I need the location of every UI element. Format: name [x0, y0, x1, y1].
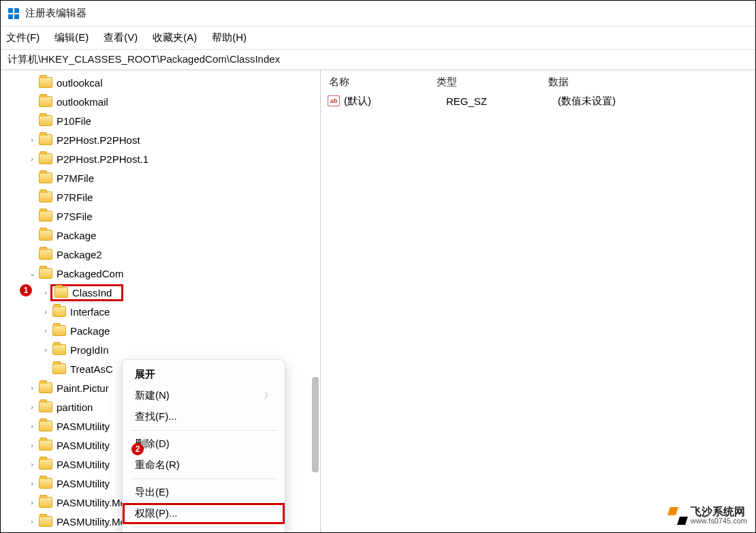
menu-favorites[interactable]: 收藏夹(A) [153, 31, 197, 44]
ctx-export[interactable]: 导出(E) [123, 482, 285, 503]
ctx-rename[interactable]: 重命名(R) [123, 455, 285, 476]
tree-item-label: outlookcal [57, 77, 103, 89]
tree-item[interactable]: ›ClassInd [1, 283, 320, 302]
chevron-right-icon[interactable]: › [27, 422, 37, 430]
folder-icon [39, 192, 52, 202]
tree-item-label: Package [70, 325, 110, 337]
folder-icon [39, 516, 52, 527]
folder-icon [39, 230, 52, 241]
tree-pane: 1 outlookcaloutlookmailP10File›P2PHost.P… [1, 70, 321, 532]
chevron-right-icon[interactable]: › [27, 460, 37, 468]
folder-icon [39, 153, 52, 164]
tree-item-label: P7RFile [57, 192, 93, 203]
tree-item[interactable]: outlookcal [1, 73, 320, 92]
folder-icon [52, 306, 66, 317]
ctx-delete[interactable]: 删除(D) [123, 433, 285, 455]
tree-item-label: Package2 [57, 249, 102, 260]
chevron-right-icon[interactable]: › [27, 403, 37, 411]
chevron-right-icon[interactable]: › [27, 384, 37, 392]
annotation-marker-2: 2 [131, 443, 144, 455]
value-type: REG_SZ [446, 95, 558, 107]
folder-icon [39, 421, 52, 431]
tree-item[interactable]: ›P2PHost.P2PHost.1 [1, 149, 320, 168]
col-header-type[interactable]: 类型 [437, 76, 548, 89]
tree-item[interactable]: P7MFile [1, 168, 320, 187]
tree-item-label: P7SFile [57, 211, 93, 222]
tree-item[interactable]: ›Package [1, 321, 320, 340]
chevron-right-icon[interactable]: › [40, 326, 51, 335]
menu-edit[interactable]: 编辑(E) [54, 31, 89, 44]
chevron-right-icon: 〉 [264, 390, 272, 401]
watermark-url: www.fs0745.com [691, 517, 747, 526]
tree-item[interactable]: ›P2PHost.P2PHost [1, 130, 320, 149]
col-header-data[interactable]: 数据 [548, 76, 755, 89]
chevron-right-icon[interactable]: › [27, 155, 37, 163]
chevron-right-icon[interactable]: › [40, 307, 51, 316]
ctx-separator [131, 527, 277, 528]
values-pane: 名称 类型 数据 ab (默认) REG_SZ (数值未设置) [321, 70, 755, 532]
chevron-right-icon[interactable]: › [27, 441, 37, 449]
tree-item-label: PASMUtility [57, 459, 110, 470]
address-text: 计算机\HKEY_CLASSES_ROOT\PackagedCom\ClassI… [7, 53, 280, 66]
titlebar: 注册表编辑器 [1, 1, 755, 27]
tree-item-label: PASMUtility [57, 478, 110, 489]
chevron-right-icon[interactable]: › [27, 517, 37, 526]
tree-item-label: TreatAsC [70, 363, 113, 375]
tree-item-label: PackagedCom [57, 268, 123, 279]
ctx-expand[interactable]: 展开 [123, 364, 285, 385]
chevron-right-icon[interactable]: › [27, 498, 37, 506]
chevron-right-icon[interactable]: › [27, 136, 37, 144]
menu-help[interactable]: 帮助(H) [212, 31, 247, 44]
tree-item-label: P10File [57, 115, 91, 127]
tree-item[interactable]: ›Interface [1, 302, 320, 321]
chevron-right-icon[interactable]: › [40, 288, 51, 296]
tree-item-label: PASMUtility [57, 421, 110, 432]
tree-item[interactable]: Package2 [1, 245, 320, 264]
menu-file[interactable]: 文件(F) [6, 31, 40, 44]
tree-item-label: P2PHost.P2PHost.1 [57, 153, 148, 165]
ctx-new[interactable]: 新建(N) 〉 [123, 385, 285, 406]
folder-icon [52, 344, 66, 355]
ctx-find[interactable]: 查找(F)... [123, 406, 285, 427]
scrollbar-thumb[interactable] [312, 377, 319, 472]
tree-item-label: P7MFile [57, 172, 94, 184]
ctx-new-label: 新建(N) [135, 389, 170, 402]
folder-icon [39, 96, 52, 107]
folder-icon [39, 497, 52, 508]
tree-item[interactable]: ⌄PackagedCom [1, 264, 320, 283]
ctx-separator [131, 430, 277, 431]
folder-icon [39, 401, 52, 412]
tree-item-label: P2PHost.P2PHost [57, 134, 140, 146]
folder-icon [39, 115, 52, 126]
tree-item[interactable]: outlookmail [1, 92, 320, 111]
tree-item[interactable]: Package [1, 226, 320, 245]
chevron-right-icon[interactable]: › [40, 346, 51, 354]
folder-icon [39, 134, 52, 145]
ctx-copy-key-name[interactable]: 复制项名称(C) [123, 530, 285, 532]
tree-item-label: partition [57, 401, 93, 413]
tree-item-label: Paint.Pictur [57, 382, 109, 394]
tree-item[interactable]: P10File [1, 111, 320, 130]
tree-item-label: Interface [70, 306, 110, 318]
watermark-name: 飞沙系统网 [691, 506, 747, 518]
value-row[interactable]: ab (默认) REG_SZ (数值未设置) [321, 92, 755, 110]
folder-icon [52, 363, 66, 374]
col-header-name[interactable]: 名称 [321, 76, 437, 89]
watermark: 飞沙系统网 www.fs0745.com [669, 506, 747, 526]
tree-item[interactable]: P7RFile [1, 187, 320, 207]
tree-item[interactable]: ›ProgIdIn [1, 340, 320, 359]
folder-icon [39, 268, 52, 279]
tree-item-label: PASMUtility [57, 440, 110, 451]
chevron-down-icon[interactable]: ⌄ [27, 269, 37, 278]
address-bar[interactable]: 计算机\HKEY_CLASSES_ROOT\PackagedCom\ClassI… [1, 50, 755, 70]
folder-icon [39, 382, 52, 393]
tree-item-label: outlookmail [57, 96, 108, 108]
chevron-right-icon[interactable]: › [27, 479, 37, 487]
menu-view[interactable]: 查看(V) [104, 31, 138, 44]
tree-item-label: ProgIdIn [70, 344, 109, 356]
folder-icon [39, 459, 52, 470]
tree-item[interactable]: P7SFile [1, 207, 320, 226]
ctx-permissions[interactable]: 权限(P)... [123, 503, 285, 524]
string-value-icon: ab [328, 95, 340, 106]
app-icon [7, 7, 20, 20]
